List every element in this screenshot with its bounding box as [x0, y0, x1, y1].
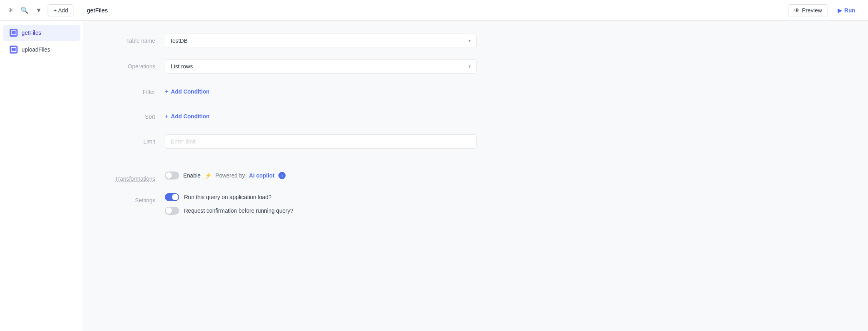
operations-value: List rows — [171, 63, 193, 70]
filter-control: + Add Condition — [165, 85, 477, 98]
eye-icon: 👁 — [794, 7, 800, 14]
filter-add-condition-button[interactable]: + Add Condition — [165, 85, 210, 98]
table-name-label: Table name — [103, 34, 155, 44]
sort-control: + Add Condition — [165, 110, 477, 123]
limit-input[interactable] — [165, 134, 477, 149]
play-icon: ▶ — [838, 7, 842, 14]
operations-label: Operations — [103, 59, 155, 70]
transformations-control: Enable ⚡ Powered by AI copilot i — [165, 171, 477, 179]
run-on-load-row: Run this query on application load? — [165, 193, 477, 201]
enable-label: Enable — [183, 172, 201, 179]
filter-add-condition-label: Add Condition — [171, 88, 209, 95]
filter-icon[interactable]: ▼ — [34, 5, 44, 16]
sidebar-item-label-getfiles: getFiles — [22, 30, 41, 36]
topbar-title: getFiles — [79, 7, 783, 14]
main-layout: getFiles uploadFiles Table name testDB ▾… — [0, 21, 868, 331]
chevron-down-icon-ops: ▾ — [468, 64, 471, 69]
getfiles-icon — [10, 29, 18, 37]
transformations-row: Transformations Enable ⚡ Powered by AI c… — [103, 171, 849, 182]
request-confirmation-row: Request confirmation before running quer… — [165, 207, 477, 215]
filter-label: Filter — [103, 85, 155, 95]
topbar-left: ✳ 🔍 ▼ + Add — [6, 4, 74, 16]
add-button[interactable]: + Add — [48, 4, 74, 16]
limit-control — [165, 134, 477, 149]
run-label: Run — [844, 7, 855, 14]
filter-row: Filter + Add Condition — [103, 85, 849, 98]
sort-add-condition-button[interactable]: + Add Condition — [165, 110, 210, 123]
request-confirmation-toggle[interactable] — [165, 207, 179, 215]
limit-row: Limit — [103, 134, 849, 149]
operations-select[interactable]: List rows ▾ — [165, 59, 477, 74]
table-name-control: testDB ▾ — [165, 34, 477, 48]
transformations-label[interactable]: Transformations — [103, 171, 155, 182]
table-name-value: testDB — [171, 38, 188, 44]
search-icon[interactable]: 🔍 — [19, 5, 30, 16]
run-button[interactable]: ▶ Run — [831, 5, 862, 16]
sort-add-condition-label: Add Condition — [171, 113, 209, 120]
sidebar: getFiles uploadFiles — [0, 21, 84, 331]
run-on-load-label: Run this query on application load? — [184, 194, 272, 200]
sidebar-item-uploadfiles[interactable]: uploadFiles — [3, 42, 80, 58]
sort-row: Sort + Add Condition — [103, 110, 849, 123]
sidebar-item-getfiles[interactable]: getFiles — [3, 25, 80, 41]
table-name-select[interactable]: testDB ▾ — [165, 34, 477, 48]
sidebar-item-label-uploadfiles: uploadFiles — [22, 46, 50, 53]
sort-label: Sort — [103, 110, 155, 120]
topbar: ✳ 🔍 ▼ + Add getFiles 👁 Preview ▶ Run — [0, 0, 868, 21]
content-area: Table name testDB ▾ Operations List rows… — [84, 21, 868, 331]
powered-text: Powered by — [216, 172, 245, 179]
operations-control: List rows ▾ — [165, 59, 477, 74]
settings-label: Settings — [103, 193, 155, 203]
ai-copilot-link[interactable]: AI copilot — [249, 172, 275, 179]
topbar-right: 👁 Preview ▶ Run — [788, 4, 862, 16]
uploadfiles-icon — [10, 46, 18, 54]
sort-plus-icon: + — [165, 113, 168, 120]
preview-label: Preview — [802, 7, 822, 14]
pin-icon[interactable]: ✳ — [6, 5, 15, 16]
info-icon[interactable]: i — [278, 172, 286, 179]
settings-control: Run this query on application load? Requ… — [165, 193, 477, 215]
transform-toggle-row: Enable ⚡ Powered by AI copilot i — [165, 171, 477, 179]
operations-row: Operations List rows ▾ — [103, 59, 849, 74]
chevron-down-icon: ▾ — [468, 38, 471, 44]
transformations-toggle[interactable] — [165, 171, 179, 179]
bolt-icon: ⚡ — [205, 172, 212, 179]
limit-label: Limit — [103, 134, 155, 145]
filter-plus-icon: + — [165, 88, 168, 95]
run-on-load-toggle[interactable] — [165, 193, 179, 201]
request-confirmation-label: Request confirmation before running quer… — [184, 207, 293, 214]
run-on-load-toggle-slider — [165, 193, 179, 201]
request-confirmation-toggle-slider — [165, 207, 179, 215]
settings-row: Settings Run this query on application l… — [103, 193, 849, 215]
preview-button[interactable]: 👁 Preview — [788, 4, 828, 16]
transformations-toggle-slider — [165, 171, 179, 179]
section-divider — [103, 160, 849, 160]
settings-block: Run this query on application load? Requ… — [165, 193, 477, 215]
table-name-row: Table name testDB ▾ — [103, 34, 849, 48]
